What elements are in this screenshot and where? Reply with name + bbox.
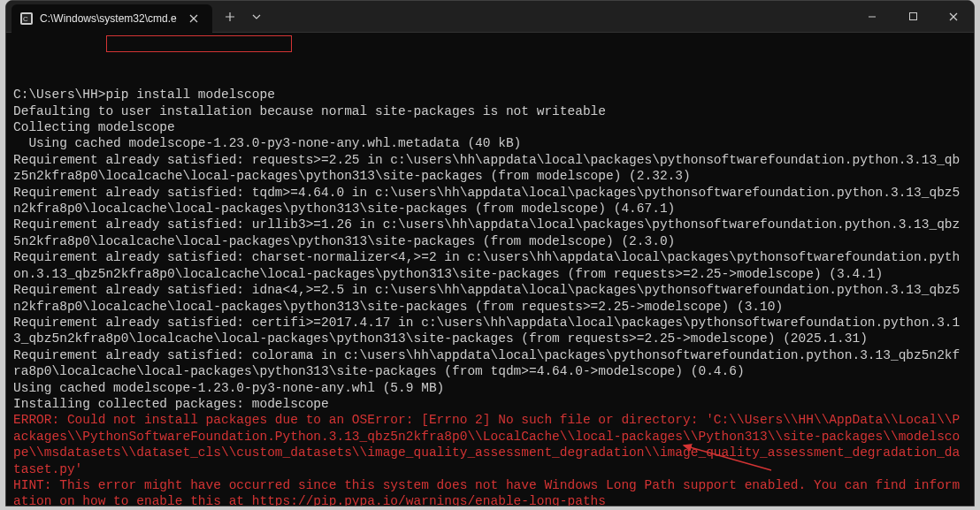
tab-dropdown-icon[interactable]	[244, 4, 269, 29]
output-line: Defaulting to user installation because …	[13, 103, 967, 119]
minimize-button[interactable]	[852, 1, 892, 33]
prompt-command: pip install modelscope	[105, 88, 274, 102]
output-line: Requirement already satisfied: charset-n…	[13, 249, 967, 282]
titlebar: C C:\Windows\system32\cmd.e	[6, 1, 974, 33]
svg-rect-7	[909, 13, 916, 20]
output-line: Requirement already satisfied: tqdm>=4.6…	[13, 185, 967, 217]
terminal-window: C C:\Windows\system32\cmd.e	[5, 0, 975, 506]
tab-close-icon[interactable]	[184, 9, 203, 28]
output-line: Requirement already satisfied: certifi>=…	[13, 315, 967, 347]
tab-title: C:\Windows\system32\cmd.e	[40, 12, 177, 25]
error-line: ERROR: Could not install packages due to…	[13, 412, 967, 477]
prompt-line: C:\Users\HH>pip install modelscope	[13, 87, 967, 103]
output-line: Requirement already satisfied: requests>…	[13, 152, 967, 185]
tab-cmd[interactable]: C C:\Windows\system32\cmd.e	[11, 4, 212, 33]
output-line: Requirement already satisfied: idna<4,>=…	[13, 282, 967, 315]
output-line: Collecting modelscope	[13, 119, 967, 135]
svg-text:C: C	[23, 15, 28, 23]
output-line: Requirement already satisfied: colorama …	[13, 347, 967, 380]
hint-line: HINT: This error might have occurred sin…	[13, 477, 967, 506]
output-line: Installing collected packages: modelscop…	[13, 396, 967, 412]
output-line: Using cached modelscope-1.23.0-py3-none-…	[13, 135, 967, 151]
new-tab-button[interactable]	[216, 4, 244, 29]
output-line: Using cached modelscope-1.23.0-py3-none-…	[13, 380, 967, 396]
window-controls	[852, 1, 974, 33]
close-button[interactable]	[933, 1, 974, 33]
maximize-button[interactable]	[892, 1, 933, 33]
terminal-output[interactable]: C:\Users\HH>pip install modelscopeDefaul…	[6, 33, 974, 506]
annotation-box	[106, 35, 292, 52]
output-line: Requirement already satisfied: urllib3>=…	[13, 217, 967, 249]
cmd-icon: C	[20, 12, 33, 25]
prompt-path: C:\Users\HH>	[13, 88, 105, 102]
